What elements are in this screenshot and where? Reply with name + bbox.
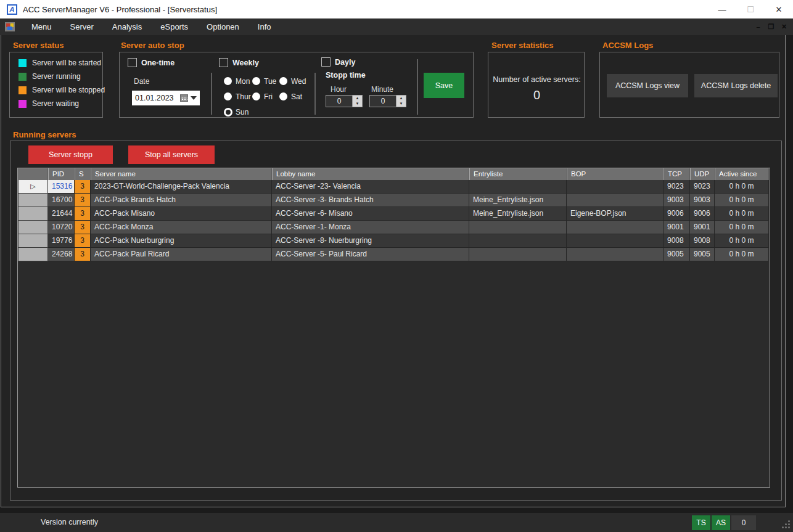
menu-item-menu[interactable]: Menu (22, 18, 61, 35)
table-row[interactable]: 242683ACC-Pack Paul RicardACC-Server -5-… (18, 248, 770, 261)
maximize-button[interactable]: ☐ (736, 0, 765, 18)
weekly-checkbox[interactable] (219, 58, 228, 67)
minimize-button[interactable]: — (708, 0, 736, 18)
radio-thur[interactable] (224, 92, 232, 100)
table-row[interactable]: 197763ACC-Pack NuerburgringACC-Server -8… (18, 234, 770, 248)
server-status-box: Server will be startedServer runningServ… (9, 52, 103, 118)
ts-badge: TS (692, 515, 710, 530)
mdi-restore-button[interactable]: ❐ (765, 23, 778, 31)
server-status-title: Server status (13, 41, 64, 50)
server-stop-button[interactable]: Server stopp (28, 145, 113, 164)
minute-spin-buttons[interactable]: ▲▼ (396, 95, 406, 107)
cell-status: 3 (75, 194, 91, 207)
accsm-logs-view-button[interactable]: ACCSM Logs view (607, 74, 688, 97)
date-label: Date (134, 77, 149, 86)
cell-status: 3 (75, 221, 91, 234)
cell-bop (567, 248, 664, 261)
cell-lobby-name: ACC-Server -5- Paul Ricard (272, 248, 469, 261)
menu-item-optionen[interactable]: Optionen (197, 18, 249, 35)
table-header-s[interactable]: S (75, 168, 91, 180)
row-selector[interactable] (18, 207, 48, 221)
menu-bar: MenuServerAnalysiseSportsOptionenInfo – … (0, 18, 793, 35)
legend-color-swatch (18, 86, 27, 94)
legend-label: Server waiting (32, 99, 79, 108)
server-auto-stop-box: One-time Date 01.01.2023 Weekly MonTueWe… (119, 52, 474, 118)
cell-bop (567, 234, 664, 248)
cell-udp: 9008 (690, 234, 715, 248)
date-picker[interactable]: 01.01.2023 (132, 91, 200, 105)
table-header-server-name[interactable]: Server name (91, 168, 272, 180)
table-header-pid[interactable]: PID (48, 168, 75, 180)
table-row[interactable]: 107203ACC-Pack MonzaACC-Server -1- Monza… (18, 221, 770, 234)
table-row[interactable]: 167003ACC-Pack Brands HatchACC-Server -3… (18, 194, 770, 207)
radio-mon[interactable] (224, 77, 232, 85)
cell-pid: 10720 (48, 221, 75, 234)
one-time-checkbox[interactable] (128, 58, 137, 67)
menu-item-info[interactable]: Info (249, 18, 281, 35)
save-button[interactable]: Save (424, 73, 464, 98)
minute-stepper[interactable]: 0 ▲▼ (369, 95, 406, 107)
close-button[interactable]: ✕ (765, 0, 793, 18)
table-header-entryliste[interactable]: Entryliste (469, 168, 567, 180)
table-header-row: PIDSServer nameLobby nameEntrylisteBOPTC… (18, 168, 770, 180)
accsm-logs-delete-button[interactable]: ACCSM Logs delete (694, 74, 778, 97)
servers-table[interactable]: PIDSServer nameLobby nameEntrylisteBOPTC… (17, 168, 770, 488)
menu-item-esports[interactable]: eSports (151, 18, 197, 35)
cell-pid: 19776 (48, 234, 75, 248)
hour-spin-buttons[interactable]: ▲▼ (353, 95, 363, 107)
cell-entryliste (469, 234, 567, 248)
radio-wed[interactable] (279, 77, 287, 85)
mdi-minimize-button[interactable]: – (752, 23, 765, 31)
cell-tcp: 9003 (664, 194, 690, 207)
cell-server-name: 2023-GT-World-Challenge-Pack Valencia (91, 180, 272, 194)
accsm-logs-title: ACCSM Logs (602, 41, 653, 50)
row-selector[interactable] (18, 248, 48, 261)
table-header-udp[interactable]: UDP (690, 168, 715, 180)
radio-sat[interactable] (279, 92, 287, 100)
radio-tue[interactable] (252, 77, 260, 85)
as-badge: AS (712, 515, 730, 530)
cell-udp: 9005 (690, 248, 715, 261)
row-selector[interactable] (18, 234, 48, 248)
row-selector[interactable] (18, 194, 48, 207)
legend-label: Server will be stopped (32, 86, 105, 94)
table-header-lobby-name[interactable]: Lobby name (272, 168, 469, 180)
row-selector[interactable]: ▷ (18, 180, 48, 194)
radio-label-tue: Tue (264, 77, 276, 86)
cell-lobby-name: ACC-Server -1- Monza (272, 221, 469, 234)
radio-label-fri: Fri (264, 92, 273, 101)
radio-label-sun: Sun (236, 108, 249, 117)
dayly-checkbox[interactable] (321, 57, 331, 67)
hour-stepper[interactable]: 0 ▲▼ (326, 95, 363, 107)
weekly-label: Weekly (232, 59, 259, 67)
radio-fri[interactable] (252, 92, 260, 100)
legend-label: Server will be started (32, 59, 101, 67)
stop-all-servers-button[interactable]: Stop all servers (128, 145, 215, 164)
menu-item-server[interactable]: Server (61, 18, 103, 35)
divider (314, 73, 316, 115)
row-selector[interactable] (18, 221, 48, 234)
table-row[interactable]: ▷1531632023-GT-World-Challenge-Pack Vale… (18, 180, 770, 194)
minute-value[interactable]: 0 (369, 95, 396, 107)
window-title: ACC ServerManager V6 - Professional - [S… (23, 5, 217, 14)
cell-bop: Eigene-BOP.json (567, 207, 664, 221)
cell-lobby-name: ACC-Server -6- Misano (272, 207, 469, 221)
hour-value[interactable]: 0 (326, 95, 353, 107)
cell-tcp: 9023 (664, 180, 690, 194)
chevron-down-icon[interactable] (191, 96, 197, 100)
radio-label-thur: Thur (236, 92, 251, 101)
legend-item: Server waiting (18, 99, 79, 108)
table-row[interactable]: 216443ACC-Pack MisanoACC-Server -6- Misa… (18, 207, 770, 221)
table-header-bop[interactable]: BOP (567, 168, 664, 180)
table-header-active-since[interactable]: Active since (715, 168, 769, 180)
app-icon: A (7, 4, 17, 15)
app-window: A ACC ServerManager V6 - Professional - … (0, 0, 793, 532)
mdi-close-button[interactable]: ✕ (778, 23, 791, 31)
table-header-tcp[interactable]: TCP (664, 168, 690, 180)
menu-item-analysis[interactable]: Analysis (103, 18, 151, 35)
date-value: 01.01.2023 (135, 94, 180, 102)
cell-bop (567, 221, 664, 234)
cell-status: 3 (75, 180, 91, 194)
radio-sun[interactable] (224, 108, 232, 117)
resize-grip[interactable] (782, 520, 791, 529)
